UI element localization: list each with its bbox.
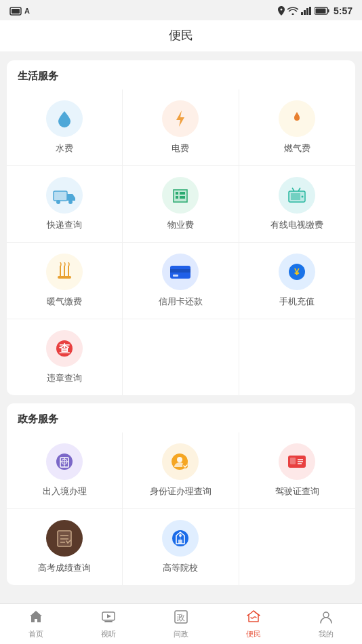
gaokao-icon [46, 520, 83, 557]
nav-media-label: 视听 [101, 629, 116, 639]
list-item[interactable]: 身份证办理查询 [123, 432, 239, 509]
cable-tv-label: 有线电视缴费 [270, 219, 323, 231]
bottom-nav: 首页 视听 政 问政 便民 [0, 603, 362, 644]
driver-license-label: 驾驶证查询 [275, 485, 319, 498]
nav-home-label: 首页 [28, 629, 43, 639]
svg-rect-1 [12, 9, 20, 14]
life-services-section: 生活服务 水费 电费 [7, 60, 355, 395]
convenience-icon [246, 609, 261, 627]
svg-rect-48 [290, 458, 296, 464]
svg-text:查: 查 [58, 343, 70, 355]
university-label: 高等院校 [163, 562, 198, 574]
life-services-grid: 水费 电费 燃气费 [7, 89, 355, 395]
credit-card-icon [162, 254, 199, 290]
time-display: 5:57 [334, 5, 353, 16]
nav-mine[interactable]: 我的 [289, 604, 362, 644]
gov-icon: 政 [174, 609, 188, 627]
list-item[interactable]: 快递查询 [7, 166, 123, 243]
list-item[interactable]: 暖气缴费 [7, 243, 123, 319]
list-item[interactable]: 有线电视缴费 [239, 166, 355, 243]
heating-label: 暖气缴费 [47, 296, 82, 308]
list-item[interactable]: 信用卡还款 [123, 243, 239, 319]
gov-services-title: 政务服务 [7, 403, 355, 432]
nav-gov[interactable]: 政 问政 [145, 604, 218, 644]
battery-icon [315, 7, 329, 15]
wifi-icon [287, 7, 298, 15]
empty-cell [123, 319, 239, 395]
nav-convenience[interactable]: 便民 [217, 604, 289, 644]
media-icon [101, 609, 116, 627]
list-item[interactable]: 电费 [123, 89, 239, 166]
gaokao-label: 高考成绩查询 [38, 562, 91, 574]
phone-recharge-label: 手机充值 [279, 296, 315, 308]
list-item[interactable]: 驾驶证查询 [239, 432, 355, 509]
list-item[interactable]: 物业费 [123, 166, 239, 243]
cable-tv-icon [279, 177, 315, 214]
svg-rect-7 [327, 9, 329, 13]
svg-text:政: 政 [177, 613, 185, 622]
svg-rect-2 [301, 12, 303, 15]
svg-point-61 [179, 534, 182, 537]
svg-rect-4 [306, 8, 308, 15]
page-header: 便民 [0, 20, 362, 52]
nav-media[interactable]: 视听 [73, 604, 145, 644]
list-item[interactable]: 查 违章查询 [7, 319, 123, 395]
university-icon [162, 520, 199, 557]
svg-point-45 [177, 457, 182, 462]
empty-cell [239, 509, 355, 585]
list-item[interactable]: 出入境办理 [7, 432, 123, 509]
svg-marker-9 [176, 110, 184, 127]
gas-label: 燃气费 [284, 142, 310, 155]
property-label: 物业费 [167, 219, 194, 231]
electric-label: 电费 [172, 142, 189, 155]
status-bar: A 5:57 [0, 0, 362, 20]
svg-point-25 [302, 196, 304, 198]
status-right: 5:57 [278, 5, 353, 16]
nav-gov-label: 问政 [174, 629, 188, 639]
svg-rect-5 [309, 7, 311, 15]
phone-icon [9, 6, 22, 16]
empty-cell [239, 319, 355, 395]
svg-marker-63 [107, 614, 111, 618]
nav-convenience-label: 便民 [246, 629, 261, 639]
list-item[interactable]: 水费 [7, 89, 123, 166]
gas-icon [279, 100, 315, 137]
page-title: 便民 [169, 28, 193, 42]
property-icon [162, 177, 199, 214]
svg-rect-20 [180, 196, 182, 199]
violation-icon: 查 [46, 330, 83, 367]
express-label: 快递查询 [47, 219, 82, 231]
svg-point-12 [56, 200, 60, 204]
svg-rect-31 [58, 276, 71, 279]
svg-point-67 [323, 612, 329, 618]
express-icon [46, 177, 83, 214]
heating-icon [46, 254, 83, 290]
signal-icon [301, 7, 312, 15]
svg-rect-18 [182, 192, 185, 195]
life-services-title: 生活服务 [7, 60, 355, 89]
svg-rect-16 [176, 192, 178, 195]
nav-home[interactable]: 首页 [0, 604, 73, 644]
list-item[interactable]: 燃气费 [239, 89, 355, 166]
gov-services-grid: 出入境办理 身份证办理查询 [7, 432, 355, 585]
location-icon [278, 6, 285, 16]
list-item[interactable]: ¥ 手机充值 [239, 243, 355, 319]
home-icon [28, 609, 43, 627]
border-label: 出入境办理 [43, 485, 87, 498]
svg-rect-34 [173, 275, 178, 277]
list-item[interactable]: 高等院校 [123, 509, 239, 585]
list-item[interactable]: 高考成绩查询 [7, 509, 123, 585]
carrier-label: A [24, 7, 30, 15]
electric-icon [162, 100, 199, 137]
nav-mine-label: 我的 [319, 629, 334, 639]
water-label: 水费 [56, 142, 73, 155]
driver-license-icon [279, 443, 315, 480]
id-card-label: 身份证办理查询 [150, 485, 212, 498]
phone-recharge-icon: ¥ [279, 254, 315, 290]
svg-text:¥: ¥ [294, 266, 300, 277]
svg-rect-3 [304, 10, 306, 15]
credit-card-label: 信用卡还款 [159, 296, 203, 308]
svg-rect-8 [315, 9, 325, 14]
gov-services-section: 政务服务 出入境办理 [7, 403, 355, 585]
svg-rect-33 [170, 269, 190, 273]
